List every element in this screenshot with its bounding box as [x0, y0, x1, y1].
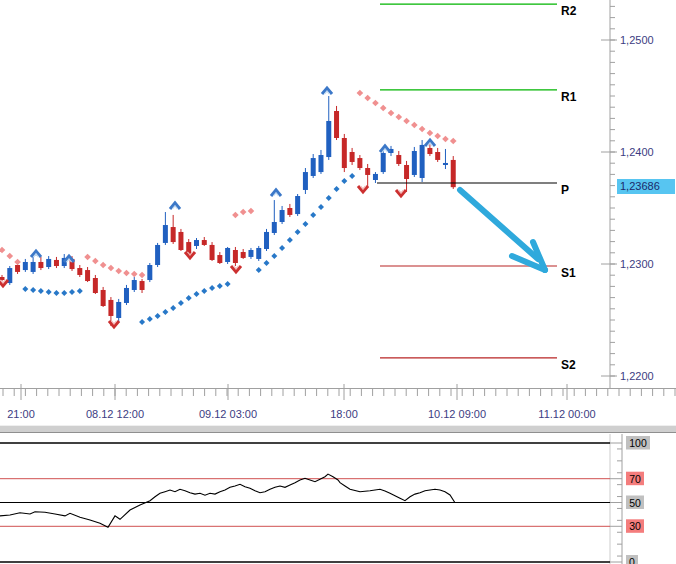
candle [116, 302, 121, 318]
oscillator-label: 70 [629, 473, 641, 485]
time-axis-label: 08.12 12:00 [86, 408, 144, 420]
candle [0, 277, 5, 280]
candle [101, 290, 106, 306]
candle [54, 260, 59, 266]
pivot-label-r2: R2 [561, 4, 577, 18]
time-axis-label: 21:00 [7, 408, 35, 420]
candle [365, 168, 370, 175]
candle [396, 155, 401, 164]
oscillator-panel [0, 434, 610, 564]
pivot-label-s1: S1 [561, 266, 576, 280]
candle [311, 158, 316, 176]
current-price-tag: 1,23686 [617, 179, 675, 194]
candle [108, 300, 113, 316]
candle [435, 152, 440, 160]
candle [272, 222, 277, 233]
candle [287, 208, 292, 215]
candle [124, 288, 129, 303]
candle [404, 165, 409, 179]
candle [256, 248, 261, 259]
candle [77, 268, 82, 275]
candle [342, 138, 347, 168]
candle [303, 172, 308, 190]
candle [248, 250, 253, 257]
time-axis[interactable]: 21:0008.12 12:0009.12 03:0018:0010.12 09… [0, 384, 676, 420]
candle [420, 145, 425, 178]
candle [326, 121, 331, 157]
oscillator-plot-area[interactable] [0, 434, 610, 564]
candle [194, 240, 199, 246]
main-plot-area[interactable] [0, 0, 608, 388]
candle [31, 262, 36, 272]
candle [210, 245, 215, 260]
candle [155, 245, 160, 265]
price-axis-label: 1,2200 [620, 370, 654, 382]
candle [357, 158, 362, 168]
price-axis[interactable]: 1,25001,24001,23001,2200 [601, 0, 654, 389]
candle [350, 152, 355, 162]
separator-bar[interactable] [0, 425, 676, 433]
candle [23, 262, 28, 270]
candle [241, 252, 246, 258]
candle [85, 270, 90, 281]
price-axis-label: 1,2500 [620, 34, 654, 46]
candle [373, 174, 378, 180]
pivot-label-s2: S2 [561, 358, 576, 372]
candle [318, 155, 323, 172]
candle [225, 248, 230, 262]
candle [132, 280, 137, 290]
candle [38, 262, 43, 268]
candle [264, 232, 269, 249]
candle [295, 196, 300, 214]
candle [443, 163, 448, 165]
candle [334, 111, 339, 138]
candle [233, 250, 238, 263]
pivot-label-r1: R1 [561, 90, 577, 104]
candle [202, 240, 207, 245]
candle [93, 278, 98, 293]
price-axis-label: 1,2400 [620, 146, 654, 158]
candle [140, 281, 145, 290]
chart-canvas: R2R1PS1S21,25001,24001,23001,220021:0008… [0, 0, 676, 564]
candle [171, 227, 176, 242]
time-axis-label: 11.12 00:00 [538, 408, 595, 420]
time-axis-label: 09.12 03:00 [199, 408, 257, 420]
trading-chart-window: R2R1PS1S21,25001,24001,23001,220021:0008… [0, 0, 676, 564]
oscillator-label: 50 [629, 497, 641, 509]
candle [381, 153, 386, 172]
candle [217, 255, 222, 263]
pivot-label-p: P [561, 183, 569, 197]
oscillator-label: 0 [629, 556, 635, 564]
candle [147, 265, 152, 280]
oscillator-label: 30 [629, 520, 641, 532]
time-axis-label: 18:00 [330, 408, 358, 420]
candle [412, 151, 417, 175]
price-axis-label: 1,2300 [620, 258, 654, 270]
candle [178, 232, 183, 250]
candle [163, 225, 168, 243]
time-axis-label: 10.12 09:00 [428, 408, 486, 420]
oscillator-axis[interactable]: 1007050300 [610, 434, 650, 564]
candle [280, 210, 285, 222]
candle [46, 259, 51, 267]
candle [427, 148, 432, 154]
oscillator-label: 100 [629, 437, 647, 449]
panel-separator[interactable] [0, 425, 676, 433]
candle [15, 265, 20, 272]
